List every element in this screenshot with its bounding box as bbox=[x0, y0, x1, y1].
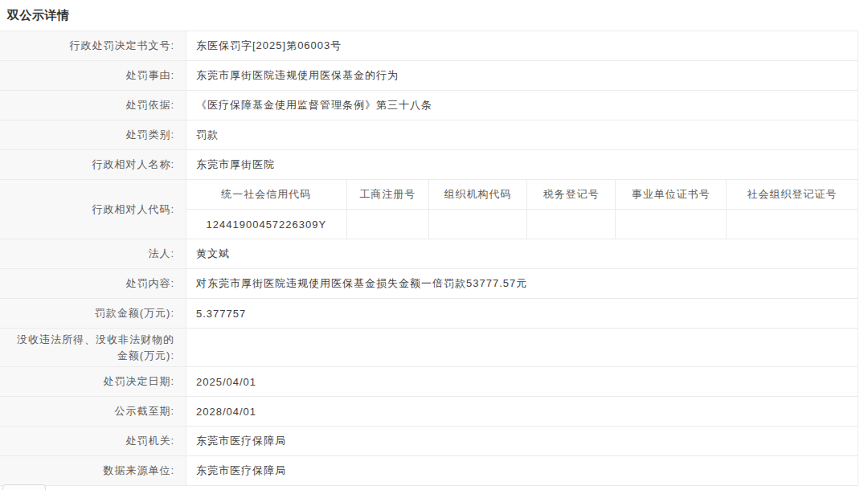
detail-row-penalty-category: 处罚类别: 罚款 bbox=[0, 120, 858, 150]
detail-row-confiscation-amount: 没收违法所得、没收非法财物的 金额(万元): bbox=[0, 329, 858, 367]
field-value: 东莞市医疗保障局 bbox=[186, 427, 858, 455]
code-column-header: 统一社会信用代码 bbox=[186, 180, 347, 209]
field-label: 数据来源单位: bbox=[0, 456, 186, 485]
back-button[interactable] bbox=[2, 484, 46, 490]
field-value: 2028/04/01 bbox=[186, 397, 858, 426]
code-column-header: 组织机构代码 bbox=[429, 180, 528, 209]
detail-row-publicity-deadline: 公示截至期: 2028/04/01 bbox=[0, 397, 858, 427]
detail-row-legal-person: 法人: 黄文斌 bbox=[0, 239, 858, 269]
party-codes-value-row: 12441900457226309Y bbox=[186, 210, 858, 239]
detail-row-party-codes: 行政相对人代码: 统一社会信用代码 工商注册号 组织机构代码 税务登记号 事业单… bbox=[0, 180, 858, 239]
field-label: 行政相对人名称: bbox=[0, 150, 186, 179]
field-label: 罚款金额(万元): bbox=[0, 299, 186, 328]
field-value: 5.377757 bbox=[186, 299, 858, 328]
field-label: 公示截至期: bbox=[0, 397, 186, 426]
field-label: 处罚决定日期: bbox=[0, 367, 186, 396]
field-value: 对东莞市厚街医院违规使用医保基金损失金额一倍罚款53777.57元 bbox=[186, 269, 858, 298]
field-label: 处罚机关: bbox=[0, 427, 186, 455]
field-label: 处罚内容: bbox=[0, 269, 186, 298]
code-cell-value bbox=[429, 210, 528, 239]
code-column-header: 事业单位证书号 bbox=[616, 180, 727, 209]
detail-row-party-name: 行政相对人名称: 东莞市厚街医院 bbox=[0, 150, 858, 180]
field-label: 处罚事由: bbox=[0, 61, 186, 90]
code-column-header: 工商注册号 bbox=[347, 180, 429, 209]
code-cell-value bbox=[616, 210, 727, 239]
field-value: 东医保罚字[2025]第06003号 bbox=[186, 31, 858, 60]
party-codes-header-row: 统一社会信用代码 工商注册号 组织机构代码 税务登记号 事业单位证书号 社会组织… bbox=[186, 180, 858, 210]
detail-row-penalty-content: 处罚内容: 对东莞市厚街医院违规使用医保基金损失金额一倍罚款53777.57元 bbox=[0, 269, 858, 299]
field-value: 东莞市厚街医院违规使用医保基金的行为 bbox=[186, 61, 858, 90]
field-value bbox=[186, 329, 858, 366]
party-codes-table: 统一社会信用代码 工商注册号 组织机构代码 税务登记号 事业单位证书号 社会组织… bbox=[186, 180, 858, 239]
detail-row-decision-number: 行政处罚决定书文号: 东医保罚字[2025]第06003号 bbox=[0, 31, 858, 61]
code-column-header: 税务登记号 bbox=[527, 180, 616, 209]
detail-row-penalty-reason: 处罚事由: 东莞市厚街医院违规使用医保基金的行为 bbox=[0, 61, 858, 91]
field-value: 《医疗保障基金使用监督管理条例》第三十八条 bbox=[186, 91, 858, 120]
code-cell-value bbox=[347, 210, 429, 239]
detail-row-penalty-basis: 处罚依据: 《医疗保障基金使用监督管理条例》第三十八条 bbox=[0, 91, 858, 120]
page-title: 双公示详情 bbox=[0, 0, 868, 31]
field-value: 黄文斌 bbox=[186, 239, 858, 268]
field-label: 处罚依据: bbox=[0, 91, 186, 120]
field-label: 行政相对人代码: bbox=[0, 180, 186, 239]
code-cell-value bbox=[527, 210, 616, 239]
detail-row-penalty-authority: 处罚机关: 东莞市医疗保障局 bbox=[0, 427, 858, 456]
field-label: 法人: bbox=[0, 239, 186, 268]
code-cell-value: 12441900457226309Y bbox=[186, 210, 347, 239]
field-value: 2025/04/01 bbox=[186, 367, 858, 396]
detail-row-data-source: 数据来源单位: 东莞市医疗保障局 bbox=[0, 456, 858, 486]
detail-row-fine-amount: 罚款金额(万元): 5.377757 bbox=[0, 299, 858, 329]
field-value: 罚款 bbox=[186, 120, 858, 149]
code-cell-value bbox=[727, 210, 858, 239]
field-label: 行政处罚决定书文号: bbox=[0, 31, 186, 60]
field-value: 东莞市医疗保障局 bbox=[186, 456, 858, 485]
field-label: 处罚类别: bbox=[0, 120, 186, 149]
detail-row-decision-date: 处罚决定日期: 2025/04/01 bbox=[0, 367, 858, 397]
code-column-header: 社会组织登记证号 bbox=[727, 180, 858, 209]
field-value: 东莞市厚街医院 bbox=[186, 150, 858, 179]
penalty-detail-table: 行政处罚决定书文号: 东医保罚字[2025]第06003号 处罚事由: 东莞市厚… bbox=[0, 31, 858, 486]
field-label: 没收违法所得、没收非法财物的 金额(万元): bbox=[0, 329, 186, 366]
